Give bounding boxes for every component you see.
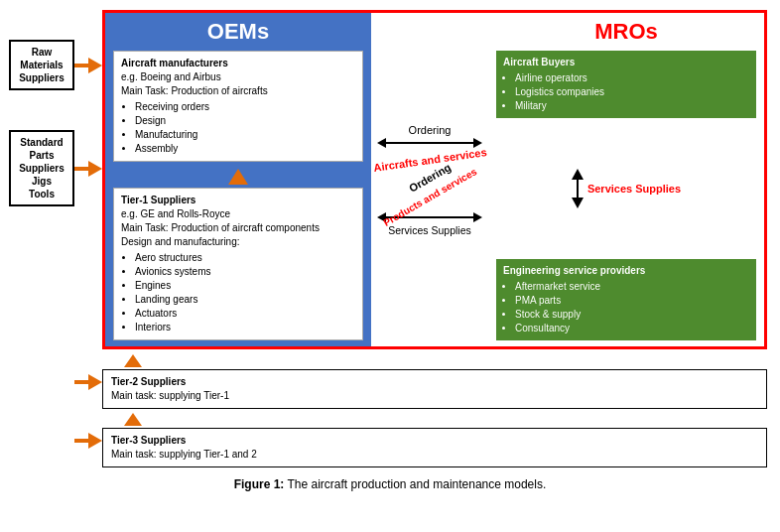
tier2-up-arrow-container [102, 354, 767, 367]
tier3-up-arrow-container [102, 413, 767, 426]
ss-arrow-column [572, 169, 584, 208]
t1-sublabel: Design and manufacturing: [121, 235, 355, 249]
am-title: Aircraft manufacturers [121, 57, 355, 70]
oem-title: OEMs [113, 19, 363, 45]
t1-subtitle: e.g. GE and Rolls-Royce [121, 207, 355, 221]
tier3-box: Tier-3 Suppliers Main task: supplying Ti… [102, 428, 767, 467]
tier3-orange-arrow [74, 433, 102, 449]
ss-vertical-area: Services Supplies [496, 165, 756, 212]
tier3-arrow-area [13, 433, 102, 449]
tier3-box-area: Tier-3 Suppliers Main task: supplying Ti… [102, 413, 767, 467]
tier1-suppliers-box: Tier-1 Suppliers e.g. GE and Rolls-Royce… [113, 188, 363, 340]
mro-section: MROs Aircraft Buyers Airline operators L… [488, 13, 764, 346]
tier2-box: Tier-2 Suppliers Main task: supplying Ti… [102, 369, 767, 409]
aircraft-manufacturers-box: Aircraft manufacturers e.g. Boeing and A… [113, 51, 363, 162]
tier3-up-arrow [124, 413, 142, 426]
ss-down-arrow [572, 198, 584, 208]
ss-up-arrow [572, 169, 584, 180]
t1-title: Tier-1 Suppliers [121, 194, 355, 207]
standard-parts-box: Standard Parts Suppliers Jigs Tools [9, 130, 74, 206]
engineering-service-box: Engineering service providers Aftermarke… [496, 259, 756, 340]
oem-internal-up-arrow [113, 169, 363, 185]
tier-rows: Tier-2 Suppliers Main task: supplying Ti… [13, 354, 767, 467]
raw-materials-group: Raw Materials Suppliers [9, 40, 102, 90]
standard-parts-arrow [74, 161, 102, 177]
tier2-box-area: Tier-2 Suppliers Main task: supplying Ti… [102, 354, 767, 409]
ordering-top-label: Ordering [409, 124, 452, 136]
tier2-task: Main task: supplying Tier-1 [111, 390, 229, 401]
services-supplies-bottom-label: Services Supplies [388, 224, 470, 236]
tier2-up-arrow [124, 354, 142, 367]
center-arrows-area: Ordering Aircrafts and services Ordering… [371, 13, 488, 346]
standard-parts-group: Standard Parts Suppliers Jigs Tools [9, 130, 102, 206]
ss-right-label: Services Supplies [587, 182, 681, 196]
mro-title: MROs [496, 19, 756, 45]
oem-section: OEMs Aircraft manufacturers e.g. Boeing … [105, 13, 371, 346]
t1-task: Main Task: Production of aircraft compon… [121, 221, 355, 235]
es-list: Aftermarket service PMA parts Stock & su… [515, 280, 749, 335]
tier3-row: Tier-3 Suppliers Main task: supplying Ti… [13, 413, 767, 467]
caption-label: Figure 1: [234, 477, 285, 491]
diagram-container: Raw Materials Suppliers Standard Parts S… [13, 10, 767, 491]
tier3-title: Tier-3 Suppliers [111, 435, 186, 446]
am-task: Main Task: Production of aircrafts [121, 84, 355, 98]
ab-list: Airline operators Logistics companies Mi… [515, 71, 749, 113]
caption-text: The aircraft production and maintenance … [284, 477, 546, 491]
mro-content-row: Aircraft Buyers Airline operators Logist… [496, 51, 756, 340]
t1-list: Aero structures Avionics systems Engines… [135, 251, 355, 334]
ab-title: Aircraft Buyers [503, 56, 749, 69]
figure-caption: Figure 1: The aircraft production and ma… [13, 477, 767, 491]
ordering-arrow-double [377, 138, 482, 148]
am-subtitle: e.g. Boeing and Airbus [121, 70, 355, 84]
am-list: Receiving orders Design Manufacturing As… [135, 100, 355, 156]
tier2-row: Tier-2 Suppliers Main task: supplying Ti… [13, 354, 767, 409]
es-title: Engineering service providers [503, 264, 749, 278]
tier2-title: Tier-2 Suppliers [111, 376, 186, 387]
aircraft-buyers-box: Aircraft Buyers Airline operators Logist… [496, 51, 756, 118]
mro-green-boxes: Aircraft Buyers Airline operators Logist… [496, 51, 756, 340]
oem-mro-container: OEMs Aircraft manufacturers e.g. Boeing … [102, 10, 767, 349]
tier2-orange-arrow [74, 374, 102, 390]
tier3-task: Main task: supplying Tier-1 and 2 [111, 449, 257, 460]
ss-arrow-line [577, 180, 579, 198]
tier2-arrow-area [13, 374, 102, 390]
raw-materials-arrow [74, 58, 102, 73]
ordering-top-group: Ordering [377, 124, 482, 148]
raw-materials-box: Raw Materials Suppliers [9, 40, 74, 90]
